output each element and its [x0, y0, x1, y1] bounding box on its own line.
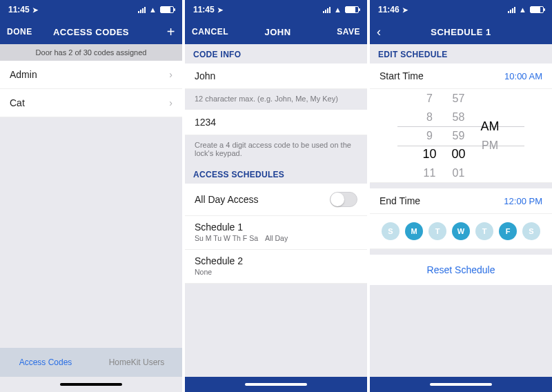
back-button[interactable]: ‹ [377, 25, 410, 39]
cellular-icon [138, 7, 146, 13]
status-time-text: 11:45 [8, 5, 30, 14]
end-time-label: End Time [379, 195, 504, 206]
status-bar: 11:45 ➤ ▲ [185, 0, 367, 19]
screen-edit-code: 11:45 ➤ ▲ CANCEL JOHN SAVE CODE INFO Joh… [185, 0, 367, 392]
cancel-button[interactable]: CANCEL [192, 27, 228, 37]
wifi-icon: ▲ [149, 6, 157, 14]
all-day-label: All Day Access [195, 194, 330, 205]
time-picker[interactable]: 7891011 5758590001 AMPM [370, 89, 552, 183]
location-icon: ➤ [32, 6, 38, 14]
add-code-button[interactable]: + [142, 25, 175, 39]
schedule-name: Schedule 2 [195, 255, 357, 266]
day-toggle[interactable]: S [522, 222, 540, 240]
name-value: John [195, 70, 357, 81]
day-toggle[interactable]: M [405, 222, 423, 240]
schedule-row[interactable]: Schedule 2None [185, 250, 367, 284]
nav-title: JOHN [228, 27, 327, 37]
start-time-value: 10:00 AM [504, 71, 542, 81]
status-bar: 11:46 ➤ ▲ [370, 0, 552, 19]
status-time-text: 11:46 [378, 5, 400, 14]
day-toggle[interactable]: W [452, 222, 470, 240]
status-time: 11:45 ➤ [8, 5, 38, 14]
day-toggle[interactable]: S [382, 222, 400, 240]
section-code-info: CODE INFO [185, 44, 367, 63]
day-toggle[interactable]: F [499, 222, 517, 240]
code-row[interactable]: Admin› [0, 61, 182, 89]
tab-homekit-users[interactable]: HomeKit Users [91, 357, 182, 367]
battery-icon [530, 6, 544, 13]
picker-minutes[interactable]: 5758590001 [452, 89, 466, 182]
all-day-access-row[interactable]: All Day Access [185, 184, 367, 216]
chevron-right-icon: › [169, 97, 172, 108]
code-name: Cat [10, 97, 169, 108]
bottom-tabs: Access Codes HomeKit Users [0, 348, 182, 377]
cellular-icon [323, 7, 331, 13]
schedule-detail: Su M Tu W Th F Sa All Day [195, 234, 357, 242]
day-toggle[interactable]: T [428, 222, 446, 240]
end-time-value: 12:00 PM [504, 196, 542, 206]
picker-hours[interactable]: 7891011 [422, 89, 436, 182]
nav-title: ACCESS CODES [40, 27, 142, 37]
code-hint: Create a 4 digit access code to be used … [185, 135, 367, 164]
save-button[interactable]: SAVE [327, 27, 360, 37]
day-selector: SMTWTFS [370, 214, 552, 249]
schedule-list: Schedule 1Su M Tu W Th F Sa All DaySched… [185, 216, 367, 284]
screen-access-codes: 11:45 ➤ ▲ DONE ACCESS CODES + Door has 2… [0, 0, 182, 392]
reset-schedule-button[interactable]: Reset Schedule [370, 249, 552, 285]
start-time-row[interactable]: Start Time 10:00 AM [370, 63, 552, 89]
code-row[interactable]: Cat› [0, 89, 182, 117]
wifi-icon: ▲ [519, 6, 526, 14]
nav-bar: CANCEL JOHN SAVE [185, 19, 367, 44]
end-time-row[interactable]: End Time 12:00 PM [370, 188, 552, 214]
schedule-detail: None [195, 268, 357, 276]
screen-edit-schedule: 11:46 ➤ ▲ ‹ SCHEDULE 1 EDIT SCHEDULE Sta… [370, 0, 552, 392]
nav-bar: DONE ACCESS CODES + [0, 19, 182, 44]
name-hint: 12 character max. (e.g. John, Me, My Key… [185, 89, 367, 110]
codes-list: Admin›Cat› [0, 61, 182, 117]
start-time-label: Start Time [379, 70, 504, 81]
status-time: 11:46 ➤ [378, 5, 408, 14]
section-edit-schedule: EDIT SCHEDULE [370, 44, 552, 63]
status-indicators: ▲ [138, 6, 174, 14]
day-toggle[interactable]: T [475, 222, 493, 240]
location-icon: ➤ [402, 6, 408, 14]
wifi-icon: ▲ [334, 6, 342, 14]
all-day-toggle[interactable] [330, 192, 357, 207]
cellular-icon [508, 7, 515, 13]
code-name: Admin [10, 69, 169, 80]
tab-access-codes[interactable]: Access Codes [0, 357, 91, 367]
status-indicators: ▲ [508, 6, 544, 14]
status-indicators: ▲ [323, 6, 359, 14]
name-field[interactable]: John [185, 63, 367, 89]
section-access-schedules: ACCESS SCHEDULES [185, 164, 367, 184]
schedule-name: Schedule 1 [195, 222, 357, 233]
codes-count-banner: Door has 2 of 30 codes assigned [0, 44, 182, 61]
home-indicator[interactable] [185, 377, 367, 392]
status-time-text: 11:45 [193, 5, 215, 14]
status-bar: 11:45 ➤ ▲ [0, 0, 182, 19]
code-field[interactable]: 1234 [185, 110, 367, 135]
home-indicator[interactable] [370, 377, 552, 392]
nav-title: SCHEDULE 1 [410, 27, 512, 37]
home-indicator[interactable] [0, 377, 182, 392]
schedule-row[interactable]: Schedule 1Su M Tu W Th F Sa All Day [185, 216, 367, 250]
nav-bar: ‹ SCHEDULE 1 [370, 19, 552, 44]
picker-ampm[interactable]: AMPM [481, 89, 500, 182]
battery-icon [345, 6, 359, 13]
status-time: 11:45 ➤ [193, 5, 223, 14]
code-value: 1234 [195, 117, 357, 128]
location-icon: ➤ [217, 6, 223, 14]
done-button[interactable]: DONE [7, 27, 40, 37]
chevron-right-icon: › [169, 69, 172, 80]
battery-icon [160, 6, 174, 13]
